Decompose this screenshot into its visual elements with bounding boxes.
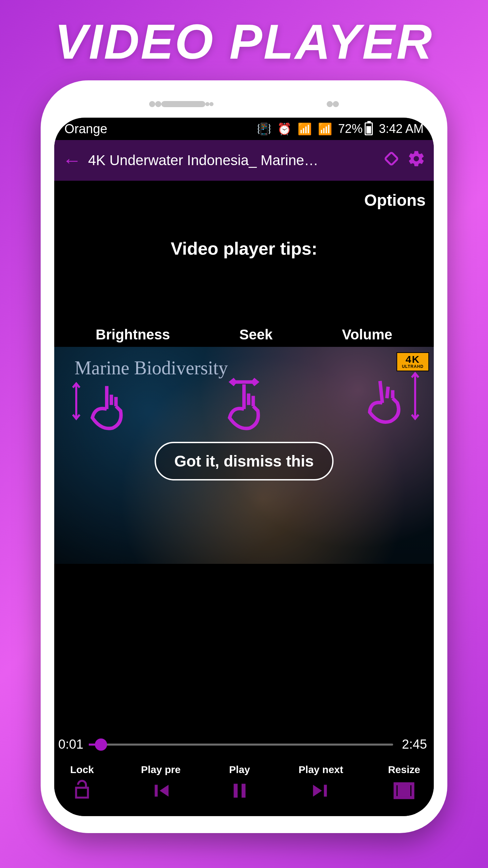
- duration: 2:45: [393, 737, 427, 752]
- tips-title: Video player tips:: [54, 238, 434, 259]
- options-button[interactable]: Options: [364, 191, 426, 210]
- phone-frame: Orange 📳 ⏰ 📶 📶 72% 3:42 AM ← 4K Underwat…: [41, 80, 447, 833]
- resize-button[interactable]: Resize: [388, 764, 420, 804]
- vibrate-icon: 📳: [257, 122, 271, 136]
- seek-bar[interactable]: 0:01 2:45: [58, 737, 427, 752]
- gesture-labels: Brightness Seek Volume: [54, 327, 434, 343]
- lock-button[interactable]: Lock: [68, 764, 96, 804]
- hand-gesture-icon: [78, 377, 136, 435]
- gesture-brightness-label: Brightness: [96, 327, 170, 343]
- skip-previous-icon: [146, 779, 175, 804]
- carrier-label: Orange: [64, 122, 107, 136]
- player-content: Options Video player tips: Brightness Se…: [54, 181, 434, 816]
- play-pause-button[interactable]: Play: [225, 764, 254, 804]
- seek-thumb[interactable]: [95, 738, 107, 751]
- phone-speaker: [149, 97, 339, 111]
- settings-button[interactable]: [407, 150, 426, 172]
- wifi-icon: 📶: [298, 122, 312, 136]
- app-bar: ← 4K Underwater Indonesia_ Marine…: [54, 140, 434, 181]
- battery-icon: [365, 122, 373, 135]
- hand-gesture-icon: [215, 377, 273, 435]
- battery-pct: 72%: [338, 122, 363, 136]
- playback-controls: Lock Play pre Play: [68, 764, 420, 804]
- svg-rect-5: [399, 787, 409, 794]
- dismiss-button[interactable]: Got it, dismiss this: [155, 442, 333, 480]
- video-caption-overlay: Marine Biodiversity: [75, 357, 228, 379]
- phone-screen: Orange 📳 ⏰ 📶 📶 72% 3:42 AM ← 4K Underwat…: [54, 118, 434, 816]
- rotate-icon[interactable]: [382, 150, 401, 172]
- video-title: 4K Underwater Indonesia_ Marine…: [88, 152, 375, 169]
- seek-track[interactable]: [89, 744, 393, 746]
- svg-rect-0: [385, 152, 398, 165]
- back-button[interactable]: ←: [62, 151, 81, 170]
- alarm-icon: ⏰: [277, 122, 291, 136]
- clock-label: 3:42 AM: [379, 122, 424, 136]
- gesture-volume-label: Volume: [342, 327, 392, 343]
- battery-indicator: 72%: [338, 122, 373, 136]
- play-next-button[interactable]: Play next: [299, 764, 343, 804]
- pause-icon: [225, 779, 254, 804]
- lock-open-icon: [68, 779, 96, 804]
- badge-4k: 4K ULTRAHD: [396, 352, 429, 371]
- status-bar: Orange 📳 ⏰ 📶 📶 72% 3:42 AM: [54, 118, 434, 140]
- skip-next-icon: [307, 779, 335, 804]
- current-time: 0:01: [58, 737, 89, 752]
- signal-icon: 📶: [318, 122, 332, 136]
- promo-title: VIDEO PLAYER: [55, 14, 433, 70]
- play-previous-button[interactable]: Play pre: [141, 764, 181, 804]
- hand-gesture-icon: [356, 371, 413, 428]
- gesture-seek-label: Seek: [239, 327, 272, 343]
- resize-icon: [390, 779, 418, 804]
